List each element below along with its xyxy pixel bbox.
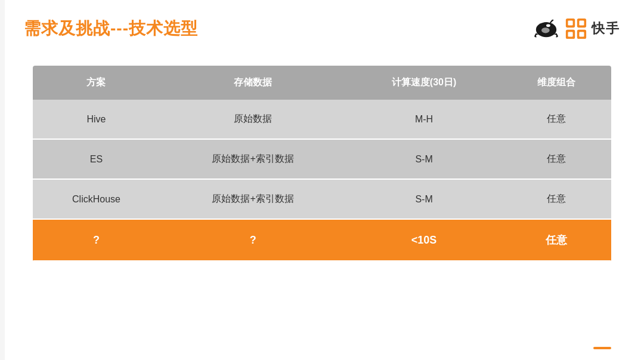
table-header-row: 方案 存储数据 计算速度(30日) 维度组合 bbox=[33, 66, 611, 100]
table-row: Hive原始数据M-H任意 bbox=[33, 100, 611, 139]
storage-cell: 原始数据+索引数据 bbox=[160, 179, 346, 219]
dimension-cell: 任意 bbox=[502, 179, 611, 219]
page-title: 需求及挑战---技术选型 bbox=[24, 17, 198, 40]
table-row: ??<10S任意 bbox=[33, 219, 611, 261]
col-solution: 方案 bbox=[33, 66, 160, 100]
svg-rect-11 bbox=[579, 32, 584, 36]
dimension-cell: 任意 bbox=[502, 219, 611, 261]
solution-cell: ClickHouse bbox=[33, 179, 160, 219]
side-accent bbox=[0, 0, 5, 360]
speed-cell: S-M bbox=[346, 179, 501, 219]
comparison-table-container: 方案 存储数据 计算速度(30日) 维度组合 Hive原始数据M-H任意ES原始… bbox=[33, 66, 611, 318]
svg-rect-10 bbox=[568, 32, 573, 36]
svg-point-2 bbox=[546, 24, 550, 27]
storage-cell: 原始数据+索引数据 bbox=[160, 139, 346, 179]
solution-cell: ? bbox=[33, 219, 160, 261]
dimension-cell: 任意 bbox=[502, 139, 611, 179]
comparison-table: 方案 存储数据 计算速度(30日) 维度组合 Hive原始数据M-H任意ES原始… bbox=[33, 66, 611, 261]
col-speed: 计算速度(30日) bbox=[346, 66, 501, 100]
header: 需求及挑战---技术选型 bbox=[24, 17, 620, 41]
solution-cell: ES bbox=[33, 139, 160, 179]
storage-cell: ? bbox=[160, 219, 346, 261]
storage-cell: 原始数据 bbox=[160, 100, 346, 139]
speed-cell: <10S bbox=[346, 219, 501, 261]
brand-name: 快手 bbox=[592, 20, 620, 38]
table-row: ClickHouse原始数据+索引数据S-M任意 bbox=[33, 179, 611, 219]
col-storage: 存储数据 bbox=[160, 66, 346, 100]
logo-area: 快手 bbox=[532, 17, 620, 41]
svg-point-3 bbox=[541, 27, 550, 33]
slide-page: 需求及挑战---技术选型 bbox=[0, 0, 644, 360]
table-row: ES原始数据+索引数据S-M任意 bbox=[33, 139, 611, 179]
dimension-cell: 任意 bbox=[502, 100, 611, 139]
solution-cell: Hive bbox=[33, 100, 160, 139]
kuaishou-logo-icon bbox=[565, 18, 587, 39]
svg-rect-8 bbox=[568, 21, 573, 26]
page-indicator bbox=[593, 347, 611, 349]
speed-cell: M-H bbox=[346, 100, 501, 139]
orca-icon bbox=[532, 17, 561, 41]
svg-rect-9 bbox=[579, 21, 584, 26]
col-dimension: 维度组合 bbox=[502, 66, 611, 100]
speed-cell: S-M bbox=[346, 139, 501, 179]
